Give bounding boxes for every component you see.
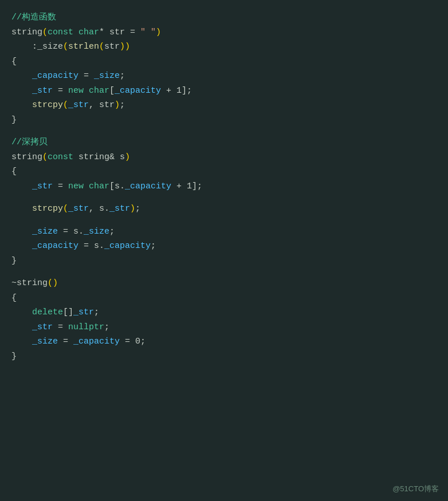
line-brace-close-3: } (11, 349, 437, 364)
spacer-4 (11, 268, 437, 276)
line-cap-assign: _capacity = s._capacity; (11, 239, 437, 254)
line-str-new: _str = new char[_capacity + 1]; (11, 84, 437, 98)
spacer-2 (11, 194, 437, 202)
line-comment-constructor: //构造函数 (11, 10, 437, 25)
line-str-null: _str = nullptr; (11, 320, 437, 335)
line-delete-str: delete[]_str; (11, 305, 437, 320)
comment-deep-copy: //深拷贝 (11, 135, 48, 150)
line-capacity-assign: _capacity = _size; (11, 69, 437, 84)
line-brace-open-2: { (11, 164, 437, 179)
line-init-size: :_size(strlen(str)) (11, 40, 437, 54)
spacer-3 (11, 216, 437, 224)
line-brace-open-3: { (11, 291, 437, 306)
line-comment-deep-copy: //深拷贝 (11, 135, 437, 150)
line-copy-sig: string(const string& s) (11, 150, 437, 165)
line-brace-close-2: } (11, 254, 437, 269)
line-brace-open-1: { (11, 54, 437, 69)
code-block: //构造函数 string(const char* str = " ") :_s… (11, 10, 437, 364)
line-strcpy-2: strcpy(_str, s._str); (11, 202, 437, 216)
line-brace-close-1: } (11, 113, 437, 128)
code-container: //构造函数 string(const char* str = " ") :_s… (0, 0, 448, 501)
comment-constructor: //构造函数 (11, 10, 56, 25)
watermark: @51CTO博客 (392, 484, 439, 494)
line-constructor-sig: string(const char* str = " ") (11, 25, 437, 40)
line-strcpy-1: strcpy(_str, str); (11, 98, 437, 113)
line-size-assign: _size = s._size; (11, 224, 437, 239)
line-destructor-sig: ~string() (11, 276, 437, 291)
line-str-new-cap: _str = new char[s._capacity + 1]; (11, 179, 437, 194)
line-size-cap-zero: _size = _capacity = 0; (11, 334, 437, 349)
spacer-1 (11, 127, 437, 135)
constructor-name: string (11, 25, 42, 40)
